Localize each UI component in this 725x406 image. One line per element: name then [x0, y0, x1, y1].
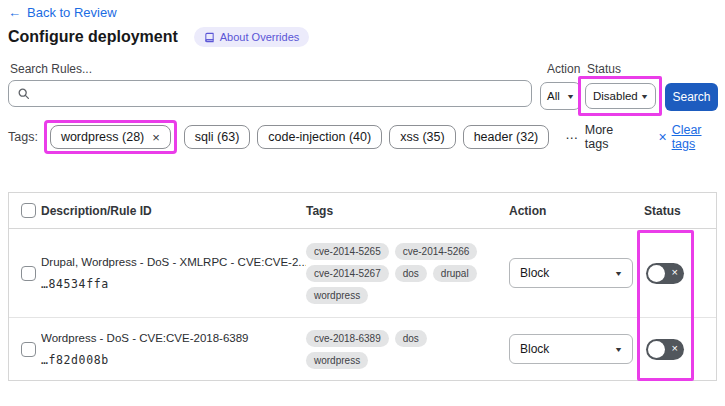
highlight-box-selected-tag: wordpress (28) × [44, 120, 177, 154]
rule-description: Wordpress - DoS - CVE:CVE-2018-6389 [41, 332, 306, 344]
clear-tags-link[interactable]: × Clear tags [658, 123, 725, 151]
search-input[interactable] [36, 86, 523, 102]
chevron-down-icon: ▼ [566, 93, 575, 100]
rule-tag: wordpress [306, 352, 368, 369]
clear-tags-label: Clear tags [672, 123, 725, 151]
search-rules-label: Search Rules... [10, 62, 92, 76]
rule-tag: cve-2014-5265 [306, 243, 389, 260]
select-all-checkbox[interactable] [21, 203, 36, 218]
rule-tag: cve-2018-6389 [306, 330, 389, 347]
rule-action-cell: Block ▼ [509, 258, 644, 288]
column-header-action: Action [509, 204, 644, 218]
toggle-off-icon: × [672, 343, 678, 354]
action-dropdown-value: Block [520, 342, 549, 356]
back-arrow-icon: ← [8, 5, 21, 20]
status-toggle-off[interactable]: × [646, 263, 684, 284]
action-dropdown[interactable]: Block ▼ [509, 258, 633, 288]
rule-status-cell: × [644, 339, 716, 360]
chevron-down-icon: ▼ [640, 93, 649, 100]
title-row: Configure deployment About Overrides [8, 27, 309, 47]
rule-tag: dos [395, 330, 427, 347]
rule-tag: drupal [433, 265, 477, 282]
tag-filter-header[interactable]: header (32) [463, 125, 550, 149]
rule-description: Drupal, Wordpress - DoS - XMLRPC - CVE:C… [41, 256, 306, 268]
rule-description-cell: Wordpress - DoS - CVE:CVE-2018-6389 …f82… [41, 332, 306, 367]
back-link[interactable]: ← Back to Review [8, 5, 117, 20]
tag-filter-sqli[interactable]: sqli (63) [184, 125, 250, 149]
toggle-knob [648, 265, 665, 282]
table-header-row: Description/Rule ID Tags Action Status [9, 193, 716, 229]
rule-status-cell: × [644, 263, 716, 284]
column-header-status: Status [644, 204, 716, 218]
about-overrides-badge[interactable]: About Overrides [194, 27, 309, 47]
chevron-down-icon: ▼ [614, 346, 623, 353]
rule-tag: cve-2014-5266 [395, 243, 478, 260]
search-icon [17, 87, 30, 100]
tags-filter-bar: Tags: wordpress (28) × sqli (63) code-in… [8, 120, 725, 154]
clear-tags-icon: × [658, 130, 666, 144]
book-icon [204, 32, 215, 43]
rule-action-cell: Block ▼ [509, 334, 644, 364]
table-row: Wordpress - DoS - CVE:CVE-2018-6389 …f82… [9, 317, 716, 380]
back-link-label: Back to Review [27, 5, 117, 20]
rule-tags-cell: cve-2018-6389 dos wordpress [306, 330, 509, 369]
toggle-off-icon: × [672, 267, 678, 278]
configure-deployment-page: ← Back to Review Configure deployment Ab… [0, 0, 725, 406]
action-filter-dropdown[interactable]: All ▼ [540, 82, 581, 110]
action-dropdown-value: Block [520, 266, 549, 280]
row-checkbox[interactable] [21, 342, 36, 357]
status-filter-dropdown[interactable]: Disabled ▼ [585, 83, 656, 109]
action-dropdown[interactable]: Block ▼ [509, 334, 633, 364]
rules-table: Description/Rule ID Tags Action Status D… [8, 192, 717, 381]
column-header-description: Description/Rule ID [41, 204, 306, 218]
search-button[interactable]: Search [665, 83, 718, 111]
status-filter-value: Disabled [593, 90, 638, 102]
toggle-knob [648, 341, 665, 358]
status-filter-label: Status [587, 62, 621, 76]
table-row: Drupal, Wordpress - DoS - XMLRPC - CVE:C… [9, 229, 716, 317]
remove-tag-icon[interactable]: × [152, 131, 160, 144]
about-overrides-label: About Overrides [220, 31, 299, 43]
page-title: Configure deployment [8, 28, 178, 46]
more-tags-label: More tags [585, 123, 637, 151]
chevron-down-icon: ▼ [614, 270, 623, 277]
column-header-tags: Tags [306, 204, 509, 218]
tags-label: Tags: [8, 130, 38, 144]
status-toggle-off[interactable]: × [646, 339, 684, 360]
rule-id: …84534ffa [41, 277, 306, 291]
action-filter-value: All [547, 90, 560, 102]
rule-tags-cell: cve-2014-5265 cve-2014-5266 cve-2014-526… [306, 243, 509, 304]
action-filter-label: Action [547, 62, 580, 76]
tag-filter-wordpress[interactable]: wordpress (28) × [50, 125, 171, 149]
search-input-box[interactable] [8, 80, 532, 107]
rule-description-cell: Drupal, Wordpress - DoS - XMLRPC - CVE:C… [41, 256, 306, 291]
tag-filter-xss[interactable]: xss (35) [389, 125, 455, 149]
rule-tag: dos [395, 265, 427, 282]
tag-filter-code-injection[interactable]: code-injection (40) [257, 125, 382, 149]
rule-id: …f82d008b [41, 353, 306, 367]
rule-tag: wordpress [306, 287, 368, 304]
rule-tag: cve-2014-5267 [306, 265, 389, 282]
tag-filter-wordpress-label: wordpress (28) [61, 130, 144, 144]
row-checkbox[interactable] [21, 266, 36, 281]
more-tags-button[interactable]: ⋯ More tags [565, 123, 636, 151]
ellipsis-icon: ⋯ [565, 130, 578, 145]
